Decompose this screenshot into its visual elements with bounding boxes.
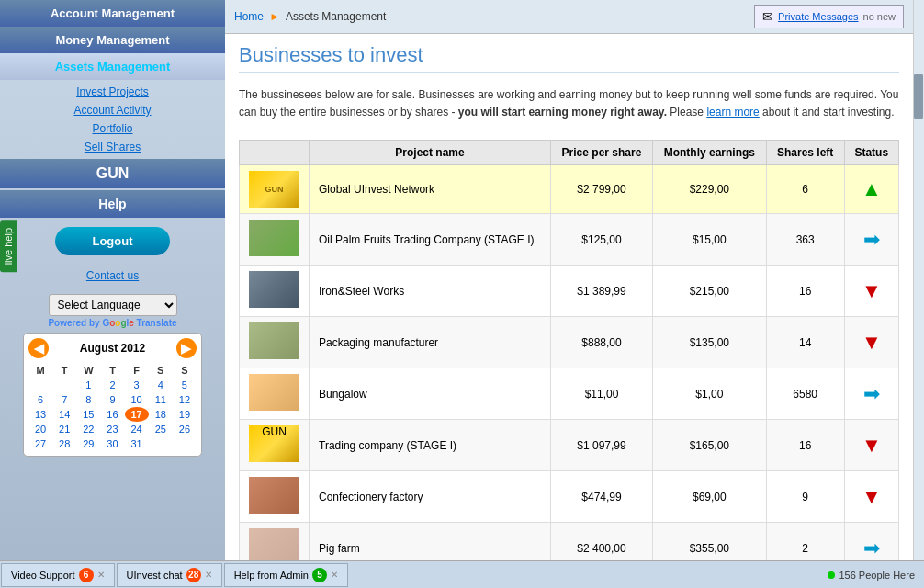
footer-tab-admin[interactable]: Help from Admin 5 ✕: [224, 563, 348, 587]
logout-button[interactable]: Logout: [55, 227, 169, 255]
row-shares: 16: [766, 420, 844, 471]
sidebar-item-help[interactable]: Help: [0, 190, 225, 218]
sidebar-link-invest-projects[interactable]: Invest Projects: [0, 83, 225, 101]
private-messages-link[interactable]: Private Messages: [778, 11, 858, 22]
row-status[interactable]: ▼: [844, 317, 898, 368]
calendar-day[interactable]: 17: [125, 407, 149, 422]
main-content: Home ► Assets Management ✉ Private Messa…: [225, 0, 913, 572]
calendar-day[interactable]: 31: [125, 436, 149, 451]
calendar-day[interactable]: 1: [76, 378, 100, 392]
row-price: $888,00: [551, 317, 653, 368]
calendar-day[interactable]: 10: [125, 392, 149, 407]
table-row[interactable]: Bungalow $11,00 $1,00 6580 ➡: [240, 368, 899, 420]
cal-day-header-fri: F: [125, 363, 149, 378]
calendar-day[interactable]: 13: [28, 407, 52, 422]
table-row[interactable]: Oil Palm Fruits Trading Company (STAGE I…: [240, 214, 899, 266]
table-row[interactable]: Confectionery factory $474,99 $69,00 9 ▼: [240, 471, 899, 523]
footer-tab-chat[interactable]: UInvest chat 28 ✕: [117, 563, 222, 587]
row-status[interactable]: ▲: [844, 165, 898, 214]
sidebar-item-gun[interactable]: GUN: [0, 159, 225, 188]
calendar-day[interactable]: 2: [100, 378, 124, 392]
calendar-month-title: August 2012: [80, 342, 145, 355]
cal-day-header-sat: S: [149, 363, 173, 378]
breadcrumb-current: Assets Management: [286, 10, 386, 23]
row-shares: 16: [766, 266, 844, 317]
sidebar-link-account-activity[interactable]: Account Activity: [0, 101, 225, 119]
calendar-day[interactable]: 28: [52, 436, 76, 451]
calendar-day[interactable]: 3: [125, 378, 149, 392]
table-row[interactable]: Packaging manufacturer $888,00 $135,00 1…: [240, 317, 899, 368]
calendar-day: [28, 378, 52, 392]
breadcrumb-arrow: ►: [269, 10, 280, 23]
calendar-day[interactable]: 5: [173, 378, 197, 392]
calendar-day[interactable]: 19: [173, 407, 197, 422]
status-right-icon: ➡: [863, 537, 880, 560]
calendar-next-button[interactable]: ▶: [176, 338, 197, 358]
row-status[interactable]: ▼: [844, 420, 898, 471]
sidebar-item-money-management[interactable]: Money Management: [0, 27, 225, 53]
row-status[interactable]: ▼: [844, 471, 898, 523]
help-admin-badge: 5: [312, 568, 327, 582]
calendar-day[interactable]: 18: [149, 407, 173, 422]
calendar-day[interactable]: 16: [100, 407, 124, 422]
row-status[interactable]: ➡: [844, 214, 898, 266]
row-thumb: [240, 266, 310, 317]
calendar-day[interactable]: 30: [100, 436, 124, 451]
table-row[interactable]: GUN Global UInvest Network $2 799,00 $22…: [240, 165, 899, 214]
calendar-day: [52, 378, 76, 392]
sidebar-item-account-management[interactable]: Account Management: [0, 0, 225, 27]
calendar-day[interactable]: 4: [149, 378, 173, 392]
calendar-day[interactable]: 21: [52, 422, 76, 436]
row-name: Oil Palm Fruits Trading Company (STAGE I…: [310, 214, 551, 266]
calendar-prev-button[interactable]: ◀: [28, 338, 49, 358]
row-shares: 14: [766, 317, 844, 368]
calendar-day[interactable]: 25: [149, 422, 173, 436]
row-thumb: [240, 317, 310, 368]
calendar-day[interactable]: 24: [125, 422, 149, 436]
contact-us-link[interactable]: Contact us: [86, 269, 139, 282]
table-row[interactable]: GUN Trading company (STAGE I) $1 097,99 …: [240, 420, 899, 471]
row-status[interactable]: ▼: [844, 266, 898, 317]
private-messages-status: no new: [863, 11, 896, 22]
calendar-day[interactable]: 23: [100, 422, 124, 436]
uinvest-chat-badge: 28: [186, 568, 201, 582]
calendar-day[interactable]: 26: [173, 422, 197, 436]
calendar-day[interactable]: 15: [76, 407, 100, 422]
learn-more-link[interactable]: learn more: [706, 106, 759, 119]
calendar-day[interactable]: 9: [100, 392, 124, 407]
table-row[interactable]: Iron&Steel Works $1 389,99 $215,00 16 ▼: [240, 266, 899, 317]
row-status[interactable]: ➡: [844, 368, 898, 420]
uinvest-chat-close[interactable]: ✕: [205, 570, 212, 580]
row-monthly: $69,00: [652, 471, 766, 523]
status-down-icon: ▼: [862, 434, 882, 457]
footer-tab-video[interactable]: Video Support 6 ✕: [1, 563, 115, 587]
row-name: Packaging manufacturer: [310, 317, 551, 368]
breadcrumb-home[interactable]: Home: [234, 10, 264, 23]
calendar-day[interactable]: 14: [52, 407, 76, 422]
row-price: $1 389,99: [551, 266, 653, 317]
row-name: Confectionery factory: [310, 471, 551, 523]
calendar-day: [149, 436, 173, 451]
people-here-count: 156 People Here: [839, 570, 915, 581]
help-admin-close[interactable]: ✕: [331, 570, 338, 580]
calendar-day[interactable]: 7: [52, 392, 76, 407]
sidebar-link-portfolio[interactable]: Portfolio: [0, 119, 225, 138]
language-select[interactable]: Select Language: [49, 294, 177, 316]
calendar-day[interactable]: 12: [173, 392, 197, 407]
calendar-day[interactable]: 11: [149, 392, 173, 407]
calendar-day[interactable]: 6: [28, 392, 52, 407]
row-name: Iron&Steel Works: [310, 266, 551, 317]
col-header-price: Price per share: [551, 141, 653, 165]
video-support-close[interactable]: ✕: [97, 570, 105, 580]
scrollbar-thumb[interactable]: [914, 74, 923, 119]
calendar-day[interactable]: 8: [76, 392, 100, 407]
scrollbar[interactable]: [913, 0, 924, 572]
breadcrumb: Home ► Assets Management: [234, 10, 386, 23]
sidebar-item-assets-management[interactable]: Assets Management: [0, 53, 225, 80]
live-help-button[interactable]: live help: [0, 220, 17, 272]
sidebar-link-sell-shares[interactable]: Sell Shares: [0, 138, 225, 156]
calendar-day[interactable]: 29: [76, 436, 100, 451]
calendar-day[interactable]: 22: [76, 422, 100, 436]
calendar-day[interactable]: 27: [28, 436, 52, 451]
calendar-day[interactable]: 20: [28, 422, 52, 436]
